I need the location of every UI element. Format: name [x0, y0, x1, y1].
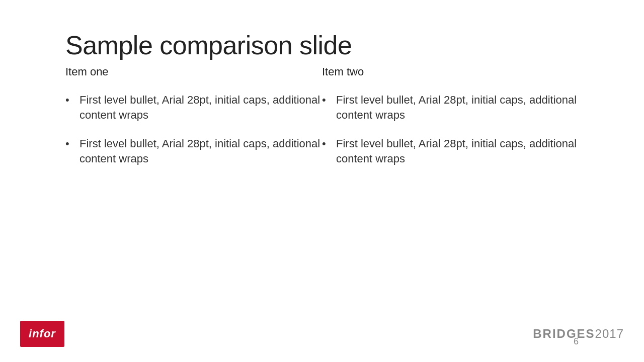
list-item: First level bullet, Arial 28pt, initial … — [65, 136, 322, 166]
column-one: Item one First level bullet, Arial 28pt,… — [65, 65, 322, 180]
columns-container: Item one First level bullet, Arial 28pt,… — [65, 65, 579, 180]
column-two: Item two First level bullet, Arial 28pt,… — [322, 65, 579, 180]
footer: infor BRIDGES 2017 — [0, 321, 644, 347]
column-two-bullet-list: First level bullet, Arial 28pt, initial … — [322, 93, 579, 166]
list-item: First level bullet, Arial 28pt, initial … — [65, 93, 322, 122]
year-label: 2017 — [595, 327, 624, 341]
infor-logo: infor — [20, 321, 64, 347]
column-one-bullet-list: First level bullet, Arial 28pt, initial … — [65, 93, 322, 166]
slide: Sample comparison slide Item one First l… — [0, 0, 644, 362]
bridges-label: BRIDGES — [533, 327, 595, 341]
list-item: First level bullet, Arial 28pt, initial … — [322, 136, 579, 166]
column-two-header: Item two — [322, 65, 579, 78]
column-one-header: Item one — [65, 65, 322, 78]
slide-title: Sample comparison slide — [65, 30, 579, 60]
list-item: First level bullet, Arial 28pt, initial … — [322, 93, 579, 122]
page-number: 6 — [574, 336, 579, 347]
